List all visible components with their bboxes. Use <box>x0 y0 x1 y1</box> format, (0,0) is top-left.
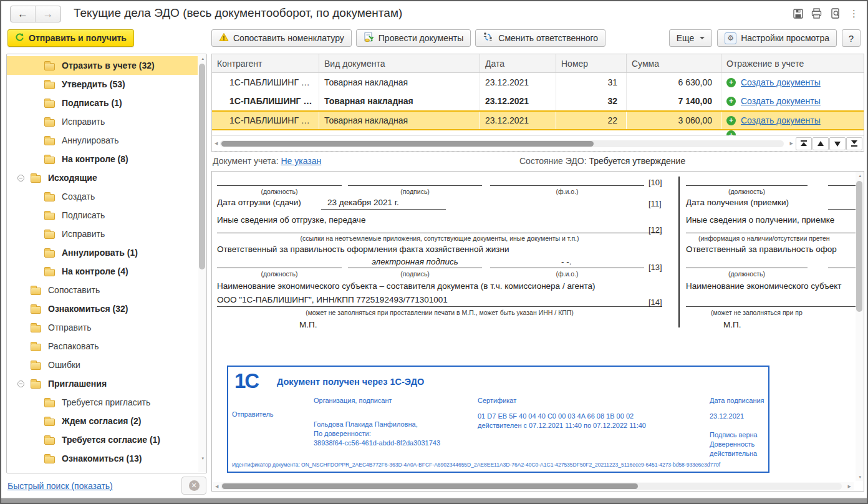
tree-item-on-control[interactable]: На контроле (8) <box>7 150 198 168</box>
form-ref-11: [11] <box>649 199 662 208</box>
document-form: (должность) (подпись) (ф.и.о.) [10] Дата… <box>212 172 864 491</box>
col-sum[interactable]: Сумма <box>627 54 721 72</box>
create-documents-link[interactable]: Создать документы <box>741 115 821 125</box>
table-scroll-track[interactable] <box>220 140 783 147</box>
send-receive-label: Отправить и получить <box>29 33 127 43</box>
table-row[interactable]: 1С-ПАБЛИШИНГ … Товарная накладная 23.12.… <box>212 73 864 92</box>
scroll-up-icon[interactable]: ▴ <box>859 173 861 178</box>
tree-item-sign[interactable]: Подписать (1) <box>7 94 198 112</box>
tree-item-need-invite[interactable]: Требуется пригласить <box>7 393 198 412</box>
tree-item-sign-out[interactable]: Подписать <box>7 206 198 225</box>
folder-icon <box>44 400 55 407</box>
preview-search-icon[interactable] <box>829 7 842 20</box>
more-label: Еще <box>677 33 695 43</box>
stamp-doc-id: Идентификатор документа: ON_NSCHFDOPPR_2… <box>232 462 720 468</box>
tree-item-review[interactable]: Ознакомиться (32) <box>7 299 198 318</box>
tree-item-send[interactable]: Отправить <box>7 318 198 337</box>
table-scroll-thumb[interactable] <box>221 141 593 147</box>
col-doc-type[interactable]: Вид документа <box>319 54 480 72</box>
change-responsible-button[interactable]: Сменить ответственного <box>475 29 605 47</box>
tree-item-approve[interactable]: Утвердить (53) <box>7 75 198 94</box>
preview-scroll-track[interactable] <box>221 483 841 490</box>
caption-claims: (информация о наличии/отсутствии претен <box>698 235 856 242</box>
go-first-button[interactable] <box>796 137 812 150</box>
create-plus-icon: + <box>726 130 736 135</box>
col-reflection[interactable]: Отражение в учете <box>721 54 864 72</box>
caption-fio: (ф.и.о.) <box>490 270 644 278</box>
view-settings-button[interactable]: ⚙ Настройки просмотра <box>717 29 837 47</box>
scroll-left-icon[interactable]: ◀ <box>212 141 220 146</box>
collapse-icon[interactable] <box>17 175 24 182</box>
go-up-button[interactable] <box>813 137 829 150</box>
preview-scroll-thumb[interactable] <box>222 483 638 489</box>
sidebar-scroll-thumb[interactable] <box>199 64 205 269</box>
tree-item-annul[interactable]: Аннулировать <box>7 131 198 150</box>
table-row-selected[interactable]: 1С-ПАБЛИШИНГ … Товарная накладная 23.12.… <box>212 110 864 130</box>
signature-line <box>490 185 644 186</box>
preview-vscroll-thumb[interactable] <box>856 181 862 312</box>
more-button[interactable]: Еще <box>669 29 713 47</box>
scroll-down-icon[interactable]: ▾ <box>201 456 204 461</box>
history-nav: ← → <box>10 6 61 22</box>
col-contractor[interactable]: Контрагент <box>212 54 319 72</box>
table-row[interactable]: 1С-ПАБЛИШИНГ … Товарная накладная 23.12.… <box>212 92 864 110</box>
col-date[interactable]: Дата <box>480 54 556 72</box>
subject-underline <box>217 306 662 307</box>
create-documents-link[interactable]: Создать документы <box>741 77 821 87</box>
tree-item-annul-out[interactable]: Аннулировать (1) <box>7 243 198 262</box>
links-line <box>217 233 662 233</box>
swap-people-icon <box>483 32 494 44</box>
collapse-icon[interactable] <box>17 380 24 387</box>
folder-icon <box>44 100 55 108</box>
scroll-right-icon[interactable]: ▶ <box>788 141 796 146</box>
send-receive-button[interactable]: Отправить и получить <box>7 29 134 47</box>
match-nomenclature-button[interactable]: Сопоставить номенклатуру <box>211 29 352 47</box>
accounting-doc-link[interactable]: Не указан <box>281 156 321 166</box>
quick-search-link[interactable]: Быстрый поиск (показать) <box>7 481 113 491</box>
clear-search-button[interactable]: ✕ <box>181 477 206 495</box>
go-down-button[interactable] <box>829 137 846 150</box>
sidebar-scrollbar[interactable]: ▴ ▾ <box>198 55 206 472</box>
caption-position: (должность) <box>217 270 342 278</box>
create-documents-link[interactable]: Создать документы <box>741 96 821 106</box>
more-menu-icon[interactable]: ⋮ <box>847 7 861 20</box>
go-last-button[interactable] <box>846 137 862 150</box>
post-documents-button[interactable]: Провести документы <box>356 29 471 47</box>
help-button[interactable]: ? <box>842 29 861 47</box>
tree-item-match[interactable]: Сопоставить <box>7 281 198 299</box>
scroll-right-icon[interactable]: ▶ <box>846 484 854 489</box>
scroll-left-icon[interactable]: ◀ <box>213 484 221 489</box>
1c-logo: 1С <box>234 369 258 393</box>
back-button[interactable]: ← <box>11 6 36 22</box>
col-number[interactable]: Номер <box>556 54 627 72</box>
tree-item-reflect-accounting[interactable]: Отразить в учете (32) <box>7 56 198 75</box>
save-icon[interactable] <box>791 7 804 20</box>
splitter[interactable] <box>211 152 864 152</box>
form-ref-10: [10] <box>649 178 662 187</box>
tree-item-unpack[interactable]: Распаковать <box>7 337 198 356</box>
caption-mp: (может не заполняться при проставлении п… <box>217 309 662 316</box>
form-ref-13: [13] <box>649 263 662 272</box>
tree-item-outgoing[interactable]: Исходящие <box>7 168 198 187</box>
print-icon[interactable] <box>810 7 823 20</box>
preview-vscrollbar[interactable]: ▴ ▾ <box>856 172 863 481</box>
tree-item-review-inv[interactable]: Ознакомиться (13) <box>7 449 198 468</box>
match-nomenclature-label: Сопоставить номенклатуру <box>233 33 344 43</box>
edo-state-value: Требуется утверждение <box>589 156 686 166</box>
signature-line <box>348 268 482 268</box>
preview-hscrollbar[interactable]: ◀ ▶ <box>213 482 854 490</box>
subject-value: ООО "1С-ПАБЛИШИНГ", ИНН/КПП 7725192493/7… <box>217 295 448 304</box>
tree-item-fix[interactable]: Исправить <box>7 112 198 131</box>
ship-date-underline <box>321 209 446 210</box>
tree-item-need-consent[interactable]: Требуется согласие (1) <box>7 430 198 449</box>
forward-button[interactable]: → <box>36 6 60 22</box>
tree-item-invitations[interactable]: Приглашения <box>7 374 198 393</box>
scroll-down-icon[interactable]: ▾ <box>859 475 861 480</box>
tree-item-wait-consent[interactable]: Ждем согласия (2) <box>7 412 198 430</box>
tree-item-fix-out[interactable]: Исправить <box>7 225 198 243</box>
tree-item-create[interactable]: Создать <box>7 187 198 206</box>
scroll-up-icon[interactable]: ▴ <box>201 56 204 61</box>
change-responsible-label: Сменить ответственного <box>498 33 598 43</box>
tree-item-errors[interactable]: Ошибки <box>7 356 198 374</box>
tree-item-on-control-out[interactable]: На контроле (4) <box>7 262 198 281</box>
